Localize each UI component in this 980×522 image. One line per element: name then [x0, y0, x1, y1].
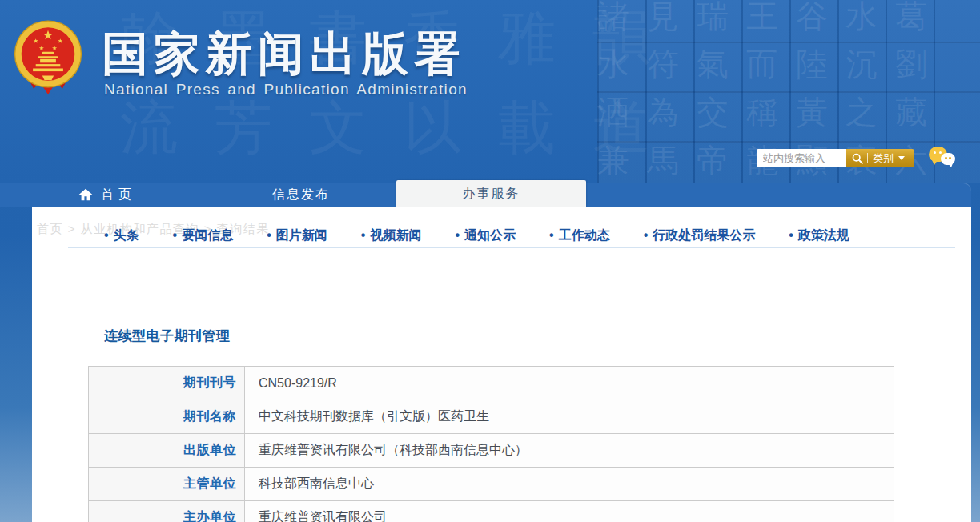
- home-icon: [78, 188, 93, 201]
- row-label: 主办单位: [89, 501, 245, 522]
- nav-home-label: 首页: [101, 187, 136, 203]
- table-row: 期刊名称 中文科技期刊数据库（引文版）医药卫生: [89, 400, 894, 434]
- search-input[interactable]: [757, 149, 846, 167]
- row-label: 主管单位: [89, 468, 245, 501]
- national-emblem-logo: [12, 18, 84, 98]
- submenu-item-key-news[interactable]: 要闻信息: [173, 227, 234, 244]
- site-title: 国家新闻出版署: [102, 23, 466, 86]
- table-row: 期刊刊号 CN50-9219/R: [89, 367, 894, 400]
- row-value: 中文科技期刊数据库（引文版）医药卫生: [245, 400, 894, 434]
- page: 諸見瑞王谷水葛水符氣而陸沉劉洒為交稱黃之藏兼馬帝龍顯袞六範諸見瑞王谷水 翰墨書香…: [0, 0, 980, 522]
- main-nav: 首页 信息发布 办事服务: [0, 183, 971, 207]
- nav-item-info-release[interactable]: 信息发布: [272, 183, 330, 207]
- table-row: 主办单位 重庆维普资讯有限公司: [89, 501, 894, 522]
- row-label: 出版单位: [89, 434, 245, 468]
- submenu-item-headlines[interactable]: 头条: [104, 227, 139, 244]
- content-panel: 首页 > 从业机构和产品查询 > 查询结果 头条 要闻信息 图片新闻 视频新闻 …: [32, 207, 971, 522]
- site-search: 类别: [757, 149, 914, 167]
- row-value: 重庆维普资讯有限公司（科技部西南信息中心）: [245, 434, 894, 468]
- row-value: 重庆维普资讯有限公司: [245, 501, 894, 522]
- site-subtitle: National Press and Publication Administr…: [104, 81, 468, 98]
- row-label: 期刊刊号: [89, 367, 245, 400]
- submenu-item-policies[interactable]: 政策法规: [789, 227, 849, 244]
- search-divider: [867, 153, 868, 163]
- nav-item-services-active-tab[interactable]: 办事服务: [396, 180, 586, 207]
- table-row: 出版单位 重庆维普资讯有限公司（科技部西南信息中心）: [89, 434, 894, 468]
- nav-divider: [203, 187, 203, 202]
- search-button[interactable]: 类别: [846, 149, 914, 167]
- category-dropdown[interactable]: 类别: [873, 151, 894, 166]
- wechat-bubble-small: [941, 153, 955, 165]
- detail-table: 期刊刊号 CN50-9219/R 期刊名称 中文科技期刊数据库（引文版）医药卫生…: [88, 366, 894, 522]
- site-header: 諸見瑞王谷水葛水符氣而陸沉劉洒為交稱黃之藏兼馬帝龍顯袞六範諸見瑞王谷水 翰墨書香…: [0, 0, 980, 183]
- row-value: CN50-9219/R: [245, 367, 894, 400]
- submenu-item-penalty-results[interactable]: 行政处罚结果公示: [644, 227, 756, 244]
- submenu-item-photo-news[interactable]: 图片新闻: [267, 227, 327, 244]
- divider-line: [68, 247, 955, 248]
- row-value: 科技部西南信息中心: [245, 468, 894, 501]
- table-row: 主管单位 科技部西南信息中心: [89, 468, 894, 501]
- page-title: 连续型电子期刊管理: [104, 327, 231, 345]
- submenu-item-work-updates[interactable]: 工作动态: [549, 227, 610, 244]
- wechat-icon[interactable]: [929, 147, 958, 171]
- caret-down-icon: [898, 156, 905, 160]
- nav-item-home[interactable]: 首页: [78, 183, 136, 207]
- row-label: 期刊名称: [89, 400, 245, 434]
- search-icon: [852, 153, 863, 164]
- submenu-item-notices[interactable]: 通知公示: [455, 227, 516, 244]
- submenu-item-video-news[interactable]: 视频新闻: [361, 227, 422, 244]
- submenu: 头条 要闻信息 图片新闻 视频新闻 通知公示 工作动态 行政处罚结果公示 政策法…: [104, 227, 849, 244]
